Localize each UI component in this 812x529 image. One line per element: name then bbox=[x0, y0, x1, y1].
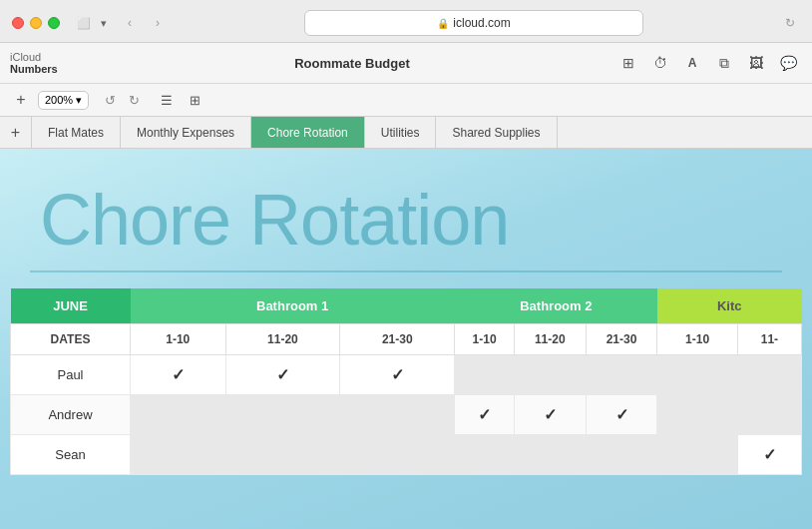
address-bar[interactable]: 🔒 icloud.com bbox=[304, 10, 643, 36]
browser-chrome: ⬜ ▾ ‹ › 🔒 icloud.com ↻ bbox=[0, 0, 812, 43]
row-name-sean: Sean bbox=[11, 435, 131, 475]
tab-utilities[interactable]: Utilities bbox=[365, 117, 437, 148]
add-tab-button[interactable]: + bbox=[0, 117, 32, 148]
url-text: icloud.com bbox=[453, 16, 510, 30]
tab-chore-rotation[interactable]: Chore Rotation bbox=[251, 117, 365, 148]
header-bathroom1: Bathroom 1 bbox=[131, 288, 455, 324]
refresh-button[interactable]: ↻ bbox=[780, 13, 800, 33]
paul-b2-3[interactable] bbox=[586, 355, 657, 395]
row-name-paul: Paul bbox=[11, 355, 131, 395]
paul-b1-3[interactable]: ✓ bbox=[340, 355, 455, 395]
andrew-k-2[interactable] bbox=[737, 395, 801, 435]
toolbar-icons: ⊞ ⏱ A ⧉ 🖼 💬 bbox=[614, 49, 802, 77]
table-container: JUNE Bathroom 1 Bathroom 2 Kitc DATES 1-… bbox=[10, 288, 802, 475]
sean-b2-2[interactable] bbox=[514, 435, 586, 475]
back-button[interactable]: ‹ bbox=[120, 13, 140, 33]
toolbar-row: + 200% ▾ ↺ ↻ ☰ ⊞ bbox=[0, 84, 812, 117]
traffic-lights bbox=[12, 17, 60, 29]
header-bathroom2: Bathroom 2 bbox=[455, 288, 657, 324]
app-brand: iCloud bbox=[10, 51, 90, 63]
chore-table: JUNE Bathroom 1 Bathroom 2 Kitc DATES 1-… bbox=[10, 288, 802, 475]
undo-button[interactable]: ↺ bbox=[99, 89, 121, 111]
checkmark-icon: ✓ bbox=[544, 406, 557, 423]
sean-b2-1[interactable] bbox=[455, 435, 515, 475]
maximize-button[interactable] bbox=[48, 17, 60, 29]
range-11-k: 11- bbox=[737, 324, 801, 355]
sean-k-1[interactable] bbox=[657, 435, 737, 475]
andrew-b2-2[interactable]: ✓ bbox=[514, 395, 586, 435]
close-button[interactable] bbox=[12, 17, 24, 29]
range-11-20-b2: 11-20 bbox=[514, 324, 586, 355]
sean-b1-2[interactable] bbox=[225, 435, 340, 475]
sheet-title: Chore Rotation bbox=[0, 149, 812, 270]
zoom-label: 200% bbox=[45, 94, 73, 106]
range-21-30-b2: 21-30 bbox=[586, 324, 657, 355]
range-11-20-b1: 11-20 bbox=[225, 324, 340, 355]
clock-icon[interactable]: ⏱ bbox=[646, 49, 674, 77]
paul-b1-1[interactable]: ✓ bbox=[131, 355, 226, 395]
checkmark-icon: ✓ bbox=[172, 366, 185, 383]
table-header-row: JUNE Bathroom 1 Bathroom 2 Kitc bbox=[11, 288, 802, 324]
andrew-b1-3[interactable] bbox=[340, 395, 455, 435]
paul-b2-2[interactable] bbox=[514, 355, 586, 395]
table-row: Andrew ✓ ✓ ✓ bbox=[11, 395, 802, 435]
sheet-tabs: + Flat Mates Monthly Expenses Chore Rota… bbox=[0, 117, 812, 149]
sean-b1-3[interactable] bbox=[340, 435, 455, 475]
header-june: JUNE bbox=[11, 288, 131, 324]
paul-k-1[interactable] bbox=[657, 355, 737, 395]
checkmark-icon: ✓ bbox=[391, 366, 404, 383]
app-info: iCloud Numbers bbox=[10, 51, 90, 75]
paul-k-2[interactable] bbox=[737, 355, 801, 395]
header-kitchen: Kitc bbox=[657, 288, 802, 324]
dates-label: DATES bbox=[11, 324, 131, 355]
tab-monthly-expenses[interactable]: Monthly Expenses bbox=[121, 117, 251, 148]
checkmark-icon: ✓ bbox=[478, 406, 491, 423]
minimize-button[interactable] bbox=[30, 17, 42, 29]
table-icon[interactable]: ⊞ bbox=[614, 49, 642, 77]
image-icon[interactable]: 🖼 bbox=[742, 49, 770, 77]
zoom-chevron-icon: ▾ bbox=[76, 94, 82, 107]
checkmark-icon: ✓ bbox=[763, 446, 776, 463]
tab-chevron[interactable]: ▾ bbox=[96, 15, 112, 31]
copy-icon[interactable]: ⧉ bbox=[710, 49, 738, 77]
tab-flat-mates[interactable]: Flat Mates bbox=[32, 117, 121, 148]
paul-b2-1[interactable] bbox=[455, 355, 515, 395]
sean-b2-3[interactable] bbox=[586, 435, 657, 475]
range-1-10-b2: 1-10 bbox=[455, 324, 515, 355]
content-area: Chore Rotation JUNE Bathroom 1 Bathroom … bbox=[0, 149, 812, 529]
row-name-andrew: Andrew bbox=[11, 395, 131, 435]
table-format-icon[interactable]: ⊞ bbox=[183, 88, 206, 112]
app-name-label: Numbers bbox=[10, 63, 90, 75]
range-1-10-k: 1-10 bbox=[657, 324, 737, 355]
title-underline bbox=[30, 270, 782, 272]
document-title: Roommate Budget bbox=[96, 56, 609, 71]
list-icon[interactable]: ☰ bbox=[155, 88, 179, 112]
table-row: Sean ✓ bbox=[11, 435, 802, 475]
range-1-10-b1: 1-10 bbox=[131, 324, 226, 355]
zoom-control[interactable]: 200% ▾ bbox=[38, 91, 89, 110]
andrew-b2-3[interactable]: ✓ bbox=[586, 395, 657, 435]
paul-b1-2[interactable]: ✓ bbox=[225, 355, 340, 395]
add-sheet-button[interactable]: + bbox=[10, 89, 32, 111]
app-bar: iCloud Numbers Roommate Budget ⊞ ⏱ A ⧉ 🖼… bbox=[0, 43, 812, 84]
lock-icon: 🔒 bbox=[437, 18, 449, 29]
sean-b1-1[interactable] bbox=[131, 435, 226, 475]
comment-icon[interactable]: 💬 bbox=[774, 49, 802, 77]
andrew-b1-2[interactable] bbox=[225, 395, 340, 435]
tab-icon[interactable]: ⬜ bbox=[76, 15, 92, 31]
range-21-30-b1: 21-30 bbox=[340, 324, 455, 355]
text-icon[interactable]: A bbox=[678, 49, 706, 77]
format-tools: ☰ ⊞ bbox=[155, 88, 206, 112]
title-bar: ⬜ ▾ ‹ › 🔒 icloud.com ↻ bbox=[0, 0, 812, 42]
sean-k-2[interactable]: ✓ bbox=[737, 435, 801, 475]
checkmark-icon: ✓ bbox=[276, 366, 289, 383]
andrew-b1-1[interactable] bbox=[131, 395, 226, 435]
forward-button[interactable]: › bbox=[148, 13, 168, 33]
redo-button[interactable]: ↻ bbox=[123, 89, 145, 111]
andrew-b2-1[interactable]: ✓ bbox=[455, 395, 515, 435]
table-row: Paul ✓ ✓ ✓ bbox=[11, 355, 802, 395]
tab-shared-supplies[interactable]: Shared Supplies bbox=[436, 117, 557, 148]
subheader-row: DATES 1-10 11-20 21-30 1-10 11-20 21-30 … bbox=[11, 324, 802, 355]
andrew-k-1[interactable] bbox=[657, 395, 737, 435]
undo-redo-group: ↺ ↻ bbox=[99, 89, 145, 111]
